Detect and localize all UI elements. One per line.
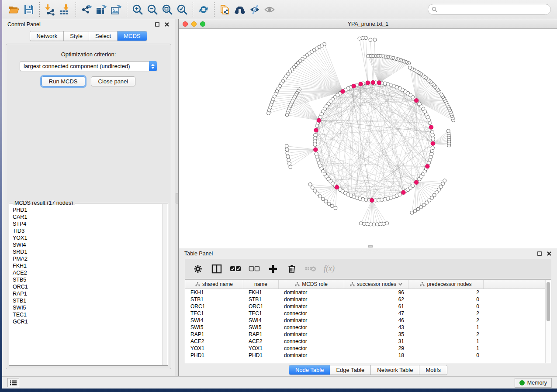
float-table-panel-icon[interactable] bbox=[536, 251, 542, 256]
mcds-result-item[interactable]: SWI4 bbox=[13, 241, 162, 248]
table-options-gear-icon[interactable] bbox=[192, 263, 204, 275]
leaf-node[interactable] bbox=[285, 113, 289, 117]
leaf-node[interactable] bbox=[359, 222, 363, 225]
table-row[interactable]: RAP1RAP1dominator352 bbox=[185, 331, 551, 338]
mcds-hub-node[interactable] bbox=[401, 190, 406, 195]
leaf-node[interactable] bbox=[321, 197, 325, 201]
leaf-node[interactable] bbox=[286, 151, 289, 155]
mcds-result-item[interactable]: SRD1 bbox=[13, 248, 162, 255]
export-table-icon[interactable] bbox=[94, 2, 109, 17]
leaf-node[interactable] bbox=[287, 158, 291, 162]
open-file-icon[interactable] bbox=[7, 2, 21, 17]
leaf-node[interactable] bbox=[286, 155, 290, 158]
mcds-result-item[interactable]: PMA2 bbox=[13, 255, 162, 262]
tab-edge-table[interactable]: Edge Table bbox=[330, 365, 371, 375]
zoom-out-icon[interactable] bbox=[145, 2, 160, 17]
ring-node[interactable] bbox=[430, 130, 434, 134]
mcds-result-item[interactable]: ACE2 bbox=[13, 269, 162, 276]
leaf-node[interactable] bbox=[311, 186, 314, 189]
search-input[interactable] bbox=[428, 4, 551, 15]
tab-network-table[interactable]: Network Table bbox=[371, 365, 419, 375]
leaf-node[interactable] bbox=[334, 206, 337, 210]
zoom-in-icon[interactable] bbox=[130, 2, 145, 17]
mcds-hub-node[interactable] bbox=[371, 80, 375, 85]
import-table-icon[interactable] bbox=[58, 2, 73, 17]
leaf-node[interactable] bbox=[382, 222, 385, 226]
mcds-hub-node[interactable] bbox=[317, 118, 321, 123]
hide-selected-eye-icon[interactable] bbox=[247, 2, 262, 17]
leaf-node[interactable] bbox=[410, 211, 414, 214]
zoom-selected-icon[interactable] bbox=[175, 2, 190, 17]
leaf-node[interactable] bbox=[366, 222, 369, 226]
network-graph[interactable] bbox=[179, 29, 557, 248]
export-image-icon[interactable] bbox=[109, 2, 124, 17]
network-canvas[interactable] bbox=[179, 29, 557, 248]
table-row[interactable]: TEC1TEC1connector472 bbox=[185, 310, 551, 317]
tab-network[interactable]: Network bbox=[30, 31, 64, 41]
leaf-node[interactable] bbox=[443, 179, 446, 182]
column-header-predecessor-nodes[interactable]: predecessor nodes bbox=[408, 280, 484, 289]
leaf-node[interactable] bbox=[372, 223, 376, 226]
task-history-icon[interactable] bbox=[7, 378, 19, 387]
mcds-hub-node[interactable] bbox=[352, 84, 356, 88]
leaf-node[interactable] bbox=[366, 54, 370, 58]
leaf-node[interactable] bbox=[316, 192, 319, 195]
float-panel-icon[interactable] bbox=[154, 21, 160, 27]
mcds-result-item[interactable]: CAR1 bbox=[13, 213, 162, 220]
table-row[interactable]: FKH1FKH1dominator962 bbox=[185, 289, 551, 296]
import-network-icon[interactable] bbox=[43, 2, 58, 17]
leaf-node[interactable] bbox=[327, 202, 331, 206]
ring-node[interactable] bbox=[418, 102, 421, 106]
mcds-hub-node[interactable] bbox=[431, 141, 435, 146]
export-network-icon[interactable] bbox=[79, 2, 94, 17]
mcds-hub-node[interactable] bbox=[370, 198, 374, 203]
refresh-layout-icon[interactable] bbox=[196, 2, 211, 17]
select-all-rows-icon[interactable] bbox=[230, 263, 241, 275]
close-panel-button[interactable]: Close panel bbox=[91, 76, 136, 86]
ring-node[interactable] bbox=[315, 124, 319, 127]
mcds-result-item[interactable]: FKH1 bbox=[13, 262, 162, 269]
column-header-shared-name[interactable]: shared name bbox=[185, 280, 243, 289]
mcds-result-item[interactable]: ORC1 bbox=[13, 283, 162, 290]
table-row[interactable]: SWI4SWI4dominator462 bbox=[185, 317, 551, 324]
table-row[interactable]: YOX1YOX1connector291 bbox=[185, 345, 551, 352]
leaf-node[interactable] bbox=[369, 223, 373, 226]
search-objects-icon[interactable] bbox=[232, 2, 247, 17]
leaf-node[interactable] bbox=[363, 222, 366, 226]
zoom-fit-icon[interactable] bbox=[160, 2, 175, 17]
tab-motifs[interactable]: Motifs bbox=[419, 365, 447, 375]
mcds-hub-node[interactable] bbox=[414, 98, 419, 103]
leaf-node[interactable] bbox=[379, 222, 382, 226]
leaf-node[interactable] bbox=[375, 223, 379, 226]
mcds-result-scrollbar[interactable] bbox=[162, 204, 167, 365]
leaf-node[interactable] bbox=[446, 129, 450, 133]
leaf-node[interactable] bbox=[318, 195, 322, 198]
split-table-columns-icon[interactable] bbox=[211, 263, 222, 275]
leaf-node[interactable] bbox=[358, 37, 361, 40]
delete-column-trash-icon[interactable] bbox=[286, 263, 298, 275]
mcds-hub-node[interactable] bbox=[429, 125, 433, 130]
tab-style[interactable]: Style bbox=[64, 31, 89, 41]
mcds-result-item[interactable]: RAP1 bbox=[13, 290, 162, 297]
mcds-hub-node[interactable] bbox=[426, 164, 430, 168]
mcds-hub-node[interactable] bbox=[335, 185, 339, 189]
mcds-result-item[interactable]: YOX1 bbox=[13, 234, 162, 241]
column-header-successor-nodes[interactable]: successor nodes bbox=[344, 280, 408, 289]
leaf-node[interactable] bbox=[441, 182, 445, 186]
mcds-hub-node[interactable] bbox=[314, 128, 318, 132]
table-row[interactable]: STB1STB1dominator620 bbox=[185, 296, 551, 303]
table-row[interactable]: ORC1ORC1dominator610 bbox=[185, 303, 551, 310]
leaf-node[interactable] bbox=[330, 204, 334, 208]
leaf-node[interactable] bbox=[313, 189, 317, 193]
show-all-eye-icon[interactable] bbox=[262, 2, 277, 17]
mcds-hub-node[interactable] bbox=[366, 81, 370, 85]
close-table-panel-icon[interactable] bbox=[546, 251, 552, 256]
ring-node[interactable] bbox=[411, 184, 415, 187]
table-row[interactable]: SWI5SWI5connector431 bbox=[185, 324, 551, 331]
mcds-hub-node[interactable] bbox=[341, 89, 345, 94]
leaf-node[interactable] bbox=[369, 38, 372, 41]
ring-node[interactable] bbox=[398, 193, 401, 196]
mcds-result-item[interactable]: SWI5 bbox=[13, 304, 162, 311]
mcds-result-item[interactable]: PHD1 bbox=[13, 206, 162, 213]
mcds-result-item[interactable]: STB5 bbox=[13, 276, 162, 283]
